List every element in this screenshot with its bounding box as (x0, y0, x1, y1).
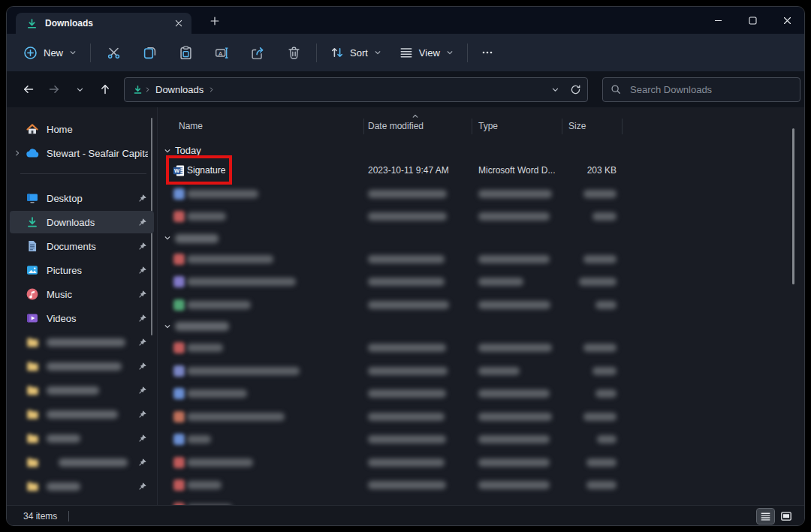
details-view-button[interactable] (757, 509, 774, 524)
sidebar-item-redacted[interactable] (10, 475, 154, 497)
rename-button[interactable]: A (205, 39, 238, 66)
group-header-redacted[interactable] (158, 228, 804, 248)
search-input[interactable] (629, 83, 792, 96)
redacted-name (187, 481, 222, 489)
sidebar-item-stewart-seafair-capital[interactable]: Stewart - Seafair Capital (10, 142, 154, 164)
redacted-size (579, 278, 617, 286)
sidebar-item-documents[interactable]: Documents (10, 235, 154, 257)
column-header-name[interactable]: Name (179, 115, 203, 137)
pin-icon (137, 482, 147, 491)
address-dropdown-icon[interactable] (551, 86, 559, 94)
group-header-redacted[interactable] (158, 316, 804, 336)
sort-ascending-icon (412, 113, 419, 120)
new-tab-button[interactable] (205, 12, 225, 30)
delete-button[interactable] (277, 39, 310, 66)
home-icon (25, 122, 40, 136)
column-header-type[interactable]: Type (478, 115, 498, 137)
cut-button[interactable] (97, 39, 130, 66)
redacted-type (478, 190, 552, 198)
file-row-redacted[interactable] (158, 359, 804, 383)
folder-icon (25, 433, 40, 444)
file-row-redacted[interactable] (158, 497, 804, 506)
sidebar-item-home[interactable]: Home (10, 118, 154, 140)
redacted-file-icon (173, 388, 185, 399)
file-list-scrollbar[interactable] (792, 128, 794, 284)
file-row-redacted[interactable] (158, 451, 804, 474)
back-button[interactable] (17, 78, 40, 101)
maximize-button[interactable] (735, 7, 770, 34)
pin-icon (137, 458, 147, 467)
copy-button[interactable] (133, 39, 166, 66)
column-resize-handle[interactable] (472, 119, 472, 134)
paste-button[interactable] (169, 39, 202, 66)
folder-icon (25, 457, 40, 468)
breadcrumb-chevron-icon[interactable] (208, 86, 215, 93)
redacted-file-icon (173, 457, 185, 468)
column-resize-handle[interactable] (562, 119, 562, 134)
redacted-file-icon (173, 299, 185, 311)
tab-bar: Downloads (7, 7, 804, 34)
refresh-icon[interactable] (570, 84, 581, 95)
expand-chevron-icon[interactable] (11, 149, 23, 157)
file-row-redacted[interactable] (158, 405, 804, 428)
view-button[interactable]: View (390, 39, 463, 66)
redacted-type (478, 344, 552, 352)
group-collapse-chevron-icon[interactable] (164, 147, 171, 155)
sidebar-item-redacted[interactable] (10, 379, 154, 401)
file-row-redacted[interactable] (158, 428, 804, 451)
breadcrumb-downloads[interactable]: Downloads (155, 84, 204, 95)
redacted-label (47, 410, 118, 419)
sidebar-item-redacted[interactable] (10, 403, 154, 425)
redacted-label (59, 458, 128, 467)
more-options-button[interactable] (474, 39, 501, 66)
tab-close-button[interactable] (170, 15, 187, 32)
file-row-redacted[interactable] (158, 205, 804, 228)
column-resize-handle[interactable] (363, 119, 364, 134)
folder-icon (25, 481, 40, 492)
redacted-date (368, 255, 445, 263)
column-header-size[interactable]: Size (568, 115, 586, 137)
recent-locations-button[interactable] (68, 78, 91, 101)
file-row-redacted[interactable] (158, 270, 804, 293)
forward-button[interactable] (43, 78, 65, 101)
sidebar-item-redacted[interactable] (10, 331, 154, 353)
up-button[interactable] (94, 78, 116, 101)
sidebar-item-redacted[interactable] (10, 451, 154, 473)
file-row-redacted[interactable] (158, 336, 804, 359)
search-box[interactable] (602, 77, 800, 102)
redacted-type (478, 435, 550, 443)
group-collapse-chevron-icon[interactable] (164, 234, 171, 242)
sidebar-item-pictures[interactable]: Pictures (10, 259, 154, 281)
sidebar-item-music[interactable]: Music (10, 283, 154, 305)
group-header-today[interactable]: Today (158, 142, 804, 159)
large-icons-view-button[interactable] (777, 509, 794, 524)
toolbar-divider (90, 44, 91, 62)
address-bar[interactable]: Downloads (124, 77, 588, 102)
sidebar-item-videos[interactable]: Videos (10, 307, 154, 329)
sort-button[interactable]: Sort (321, 39, 390, 66)
close-button[interactable] (770, 7, 804, 34)
redacted-type (478, 367, 520, 375)
redacted-size (586, 458, 617, 467)
redacted-type (478, 278, 523, 286)
tab-downloads[interactable]: Downloads (16, 13, 191, 34)
file-row-redacted[interactable] (158, 293, 804, 317)
sidebar-item-desktop[interactable]: Desktop (10, 187, 154, 209)
share-button[interactable] (241, 39, 274, 66)
sort-button-label: Sort (350, 47, 368, 59)
new-button[interactable]: New (14, 39, 86, 66)
minimize-button[interactable] (701, 7, 735, 34)
sidebar-item-downloads[interactable]: Downloads (10, 211, 154, 233)
pin-icon (137, 218, 147, 227)
file-row-redacted[interactable] (158, 382, 804, 405)
file-row-signature[interactable]: WSignature2023-10-11 9:47 AMMicrosoft Wo… (158, 159, 804, 182)
group-collapse-chevron-icon[interactable] (164, 323, 171, 330)
file-row-redacted[interactable] (158, 182, 804, 206)
window-controls (701, 7, 804, 34)
file-row-redacted[interactable] (158, 248, 804, 271)
sidebar-item-redacted[interactable] (10, 427, 154, 449)
redacted-size (583, 413, 617, 421)
sidebar-item-redacted[interactable] (10, 355, 154, 377)
column-resize-handle[interactable] (622, 119, 623, 134)
file-row-redacted[interactable] (158, 473, 804, 497)
